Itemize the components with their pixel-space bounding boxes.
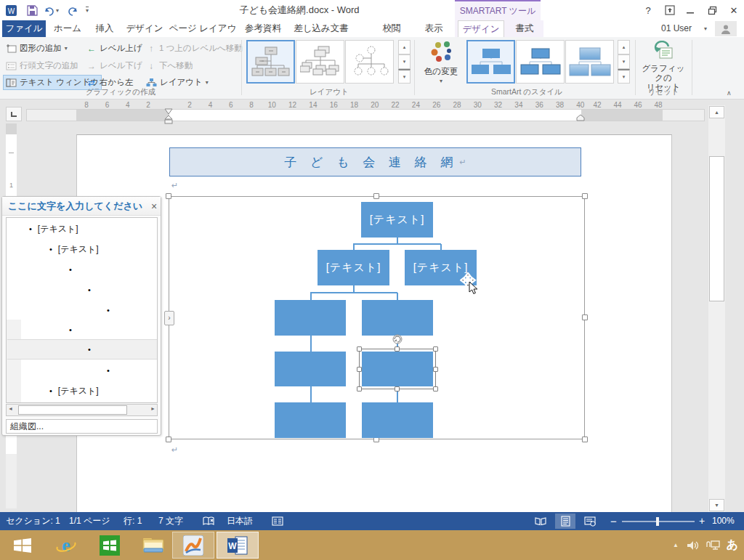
user-caret-icon[interactable]: ▾ bbox=[700, 20, 711, 37]
hscrollbar-thumb[interactable] bbox=[18, 405, 127, 415]
zoom-slider-thumb[interactable] bbox=[656, 517, 659, 526]
add-shape-button[interactable]: 図形の追加▾ bbox=[4, 41, 70, 56]
language-button[interactable]: 日本語 bbox=[227, 512, 253, 530]
scroll-up-button[interactable]: ▲ bbox=[709, 106, 724, 118]
ime-status-icon[interactable] bbox=[272, 516, 283, 526]
move-up-button[interactable]: ↑ 1 つ上のレベルへ移動 bbox=[144, 41, 245, 56]
canvas-handle-bottom-right[interactable] bbox=[582, 437, 588, 442]
style-thumbnail-outline[interactable] bbox=[516, 40, 565, 84]
canvas-handle-top[interactable] bbox=[373, 193, 379, 199]
shape-handle-top-right[interactable] bbox=[433, 346, 438, 352]
start-button[interactable] bbox=[6, 532, 39, 559]
smartart-shape-row5-left[interactable] bbox=[275, 402, 346, 438]
taskbar-app-open[interactable] bbox=[172, 532, 214, 559]
network-icon[interactable] bbox=[703, 530, 722, 560]
shape-handle-bottom[interactable] bbox=[395, 386, 400, 391]
qat-customize-button[interactable]: ▾ bbox=[86, 4, 89, 17]
user-name[interactable]: 01 User bbox=[655, 20, 698, 37]
text-pane-item-level3[interactable]: • bbox=[7, 320, 157, 340]
text-pane-hscrollbar[interactable]: ◄ ► bbox=[6, 404, 158, 416]
canvas-handle-top-right[interactable] bbox=[582, 193, 588, 199]
first-line-indent-marker[interactable] bbox=[164, 108, 174, 115]
smartart-shape-selected[interactable] bbox=[362, 352, 433, 386]
shape-handle-top-left[interactable] bbox=[357, 346, 362, 352]
tab-smartart-design[interactable]: デザイン bbox=[458, 20, 504, 37]
vertical-scrollbar[interactable]: ▲ ▼ bbox=[708, 105, 725, 512]
text-pane-item-level2[interactable]: •[テキスト] bbox=[7, 381, 157, 401]
shape-handle-bottom-left[interactable] bbox=[357, 386, 362, 391]
volume-icon[interactable] bbox=[684, 530, 702, 560]
style-thumbnail-simple-fill[interactable] bbox=[466, 40, 515, 84]
change-colors-button[interactable]: 色の変更 ▾ bbox=[420, 40, 462, 91]
smartart-shape-level2-left[interactable]: [テキスト] bbox=[318, 250, 389, 285]
tab-insert[interactable]: 挿入 bbox=[89, 20, 121, 37]
smartart-shape-row3-right[interactable] bbox=[362, 300, 433, 336]
redo-button[interactable] bbox=[67, 4, 78, 17]
close-button[interactable]: ✕ bbox=[725, 2, 743, 18]
tab-file[interactable]: ファイル bbox=[2, 20, 46, 37]
taskbar-store[interactable] bbox=[89, 532, 131, 559]
move-down-button[interactable]: ↓ 下へ移動 bbox=[144, 58, 195, 73]
tab-selector-button[interactable] bbox=[6, 107, 22, 121]
layout-thumbnail-name-title-organization-chart[interactable] bbox=[345, 40, 394, 84]
web-layout-button[interactable] bbox=[580, 514, 600, 529]
show-hidden-icons-button[interactable]: ▲ bbox=[668, 530, 683, 560]
rotation-handle[interactable] bbox=[391, 333, 404, 346]
scroll-right-icon[interactable]: ► bbox=[150, 406, 155, 411]
layout-thumbnail-picture-organization-chart[interactable] bbox=[296, 40, 344, 84]
taskbar-word[interactable]: W bbox=[217, 532, 259, 559]
demote-button[interactable]: → レベル下げ bbox=[84, 58, 145, 73]
minimize-button[interactable] bbox=[682, 2, 699, 18]
tab-home[interactable]: ホーム bbox=[48, 20, 87, 37]
text-pane-item-level1[interactable]: •[テキスト] bbox=[7, 219, 157, 239]
zoom-in-button[interactable]: + bbox=[699, 512, 705, 530]
promote-button[interactable]: ← レベル上げ bbox=[84, 41, 145, 56]
avatar[interactable] bbox=[715, 21, 737, 36]
shape-handle-top[interactable] bbox=[395, 346, 400, 352]
canvas-handle-top-left[interactable] bbox=[166, 193, 171, 199]
taskbar-file-explorer[interactable] bbox=[132, 532, 174, 559]
text-pane-item-selected[interactable]: • bbox=[7, 339, 157, 360]
text-pane-close-button[interactable]: × bbox=[147, 198, 161, 214]
status-line-number[interactable]: 行: 1 bbox=[124, 512, 142, 530]
taskbar-internet-explorer[interactable]: e bbox=[45, 532, 87, 559]
status-page-number[interactable]: 1/1 ページ bbox=[69, 512, 110, 530]
help-button[interactable]: ? bbox=[639, 2, 657, 18]
style-gallery-scroll-up[interactable]: ▴ bbox=[618, 40, 630, 54]
text-pane-item-level4[interactable]: • bbox=[7, 280, 157, 300]
status-section[interactable]: セクション: 1 bbox=[6, 512, 60, 530]
shape-handle-right[interactable] bbox=[433, 367, 438, 372]
shape-handle-bottom-right[interactable] bbox=[433, 386, 438, 391]
tab-view[interactable]: 表示 bbox=[416, 20, 452, 37]
status-word-count[interactable]: 7 文字 bbox=[158, 512, 183, 530]
text-pane-item-level3[interactable]: • bbox=[7, 259, 157, 280]
canvas-handle-right[interactable] bbox=[582, 315, 588, 320]
layout-gallery-scroll-up[interactable]: ▴ bbox=[398, 40, 411, 54]
reset-graphic-button[interactable]: グラフィックの リセット bbox=[639, 41, 687, 92]
add-bullet-button[interactable]: 行頭文字の追加 bbox=[4, 58, 81, 73]
ime-mode-indicator[interactable]: あ bbox=[724, 530, 741, 560]
scroll-left-icon[interactable]: ◄ bbox=[8, 406, 13, 411]
zoom-out-button[interactable]: − bbox=[610, 512, 617, 530]
undo-button[interactable]: ▾ bbox=[44, 4, 59, 17]
tab-references[interactable]: 参考資料 bbox=[238, 20, 288, 37]
smartart-shape-row3-left[interactable] bbox=[275, 300, 346, 336]
layout-gallery-more-button[interactable]: ▾ bbox=[398, 69, 411, 84]
vscrollbar-thumb[interactable] bbox=[709, 156, 724, 301]
title-text-box[interactable]: 子 ど も 会 連 絡 網 ↵ bbox=[169, 147, 581, 176]
layout-gallery-scroll-down[interactable]: ▾ bbox=[398, 54, 411, 69]
tab-design[interactable]: デザイン bbox=[122, 20, 167, 37]
tab-review[interactable]: 校閲 bbox=[369, 20, 414, 37]
right-indent-marker[interactable] bbox=[576, 114, 586, 122]
tab-page-layout[interactable]: ページ レイアウト bbox=[169, 20, 237, 37]
hanging-indent-marker[interactable] bbox=[164, 115, 174, 126]
smartart-shape-row4-left[interactable] bbox=[275, 352, 346, 386]
style-thumbnail-subtle-effect[interactable] bbox=[565, 40, 614, 84]
ribbon-display-options-button[interactable] bbox=[661, 2, 679, 18]
smartart-shape-top[interactable]: [テキスト] bbox=[361, 202, 433, 238]
shape-handle-left[interactable] bbox=[357, 367, 362, 372]
style-gallery-more-button[interactable]: ▾ bbox=[618, 69, 630, 84]
print-layout-button[interactable] bbox=[555, 514, 575, 529]
text-pane-item-level2[interactable]: •[テキスト] bbox=[7, 239, 157, 259]
text-pane-toggle-button[interactable]: › bbox=[164, 311, 174, 325]
